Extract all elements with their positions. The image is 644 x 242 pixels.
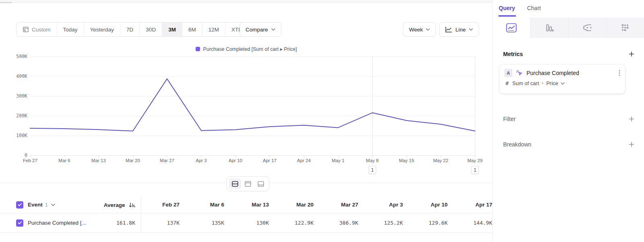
chart-type-line[interactable] bbox=[493, 18, 530, 38]
plus-icon bbox=[629, 142, 634, 147]
metric-card[interactable]: A Purchase Completed # Sum of cart ‣ Pri… bbox=[500, 65, 625, 94]
table-row[interactable]: Purchase Completed [... 161.8K 137K135K1… bbox=[0, 213, 492, 233]
line-chart-icon bbox=[506, 23, 517, 33]
table-header-row: Event 1 Average Feb 27Mar 6Mar 13Mar 20M… bbox=[0, 196, 492, 213]
event-cursor-icon bbox=[516, 70, 523, 77]
date-column-value: 135K bbox=[180, 220, 224, 226]
y-axis-tick-label: 300K bbox=[0, 93, 27, 99]
x-axis-tick bbox=[338, 155, 339, 157]
x-axis-tick bbox=[64, 155, 65, 157]
x-axis-tick bbox=[30, 155, 31, 157]
metric-options-button[interactable] bbox=[619, 70, 620, 76]
x-axis-tick-label: Mar 20 bbox=[126, 158, 140, 163]
date-column-value: 129.6K bbox=[403, 220, 448, 226]
chart-type-more[interactable] bbox=[606, 18, 644, 38]
x-axis-tick bbox=[475, 155, 475, 157]
date-column-header[interactable]: Apr 17 bbox=[448, 202, 492, 208]
add-breakdown-button[interactable] bbox=[629, 142, 634, 147]
add-filter-button[interactable] bbox=[629, 116, 634, 122]
breakdown-heading: Breakdown bbox=[503, 141, 531, 148]
date-column-header[interactable]: Apr 3 bbox=[358, 202, 403, 208]
y-axis-tick-label: 500K bbox=[0, 54, 27, 59]
filter-section-header: Filter bbox=[493, 116, 644, 122]
split-view-button[interactable] bbox=[229, 178, 241, 189]
line-series[interactable] bbox=[30, 56, 475, 155]
average-header-cell[interactable]: Average bbox=[97, 201, 135, 209]
date-column-value: 130K bbox=[224, 220, 269, 226]
table-only-view-button[interactable] bbox=[255, 178, 267, 189]
metric-aggregation-row[interactable]: # Sum of cart ‣ Price bbox=[506, 80, 620, 86]
average-value-cell: 161.8K bbox=[97, 220, 135, 226]
layout-view-toggle bbox=[227, 176, 269, 191]
x-axis-tick bbox=[270, 155, 270, 157]
chart-type-flows[interactable] bbox=[568, 18, 606, 38]
annotation-badge[interactable]: 1 bbox=[471, 166, 479, 174]
date-column-header[interactable]: Mar 13 bbox=[224, 202, 269, 208]
aggregation-label: Sum of cart bbox=[512, 80, 539, 86]
date-column-value: 122.9K bbox=[269, 220, 314, 226]
numeric-property-icon: # bbox=[506, 80, 509, 86]
plus-icon bbox=[629, 116, 634, 122]
x-axis-tick-label: May 22 bbox=[433, 158, 448, 163]
tab-chart[interactable]: Chart bbox=[527, 5, 541, 18]
active-tab-underline bbox=[498, 15, 516, 17]
y-axis-tick-label: 400K bbox=[0, 73, 27, 79]
x-axis-tick bbox=[201, 155, 202, 157]
line-chart[interactable]: 0100K200K300K400K500K11Feb 27Mar 6Mar 13… bbox=[0, 0, 492, 186]
kebab-menu-icon bbox=[619, 70, 620, 76]
event-count: 1 bbox=[45, 202, 48, 208]
event-name: Purchase Completed [... bbox=[28, 220, 86, 226]
y-gridline bbox=[30, 155, 475, 156]
date-column-header[interactable]: Apr 10 bbox=[403, 202, 448, 208]
split-view-icon bbox=[231, 181, 239, 187]
date-column-value: 386.9K bbox=[314, 220, 358, 226]
check-icon bbox=[18, 203, 22, 207]
chart-type-bar[interactable] bbox=[530, 18, 568, 38]
flows-chart-icon bbox=[582, 24, 592, 32]
x-axis-tick-label: Apr 3 bbox=[196, 158, 207, 163]
query-builder-sidebar: Query Chart bbox=[492, 0, 644, 242]
row-checkbox[interactable] bbox=[16, 219, 23, 227]
event-name-cell[interactable]: Purchase Completed [... bbox=[0, 219, 97, 227]
chart-type-strip bbox=[493, 18, 644, 38]
x-axis-tick bbox=[372, 155, 373, 157]
x-axis-tick-label: Feb 27 bbox=[23, 158, 37, 163]
chevron-down-icon bbox=[561, 82, 565, 85]
x-axis-tick bbox=[235, 155, 236, 157]
chart-only-view-icon bbox=[244, 181, 252, 187]
x-axis-tick bbox=[441, 155, 441, 157]
x-axis-tick bbox=[99, 155, 99, 157]
x-axis-tick-label: Mar 6 bbox=[58, 158, 70, 163]
event-header-cell[interactable]: Event 1 bbox=[0, 201, 97, 209]
y-axis-tick-label: 100K bbox=[0, 133, 27, 138]
date-column-header[interactable]: Mar 20 bbox=[269, 202, 314, 208]
metric-letter-badge: A bbox=[504, 69, 512, 77]
x-axis-tick bbox=[167, 155, 167, 157]
y-axis-tick-label: 0 bbox=[0, 152, 27, 158]
property-separator: ‣ bbox=[541, 81, 544, 86]
x-axis-tick bbox=[304, 155, 304, 157]
check-icon bbox=[18, 221, 22, 225]
chart-only-view-button[interactable] bbox=[242, 178, 254, 189]
date-column-header[interactable]: Mar 27 bbox=[314, 202, 358, 208]
metric-event-name: Purchase Completed bbox=[526, 70, 615, 76]
x-axis-tick bbox=[133, 155, 133, 157]
add-metric-button[interactable] bbox=[629, 51, 634, 57]
sort-descending-icon[interactable] bbox=[129, 202, 135, 208]
average-header-label: Average bbox=[104, 202, 125, 208]
x-axis-tick-label: Apr 10 bbox=[229, 158, 242, 163]
table-only-view-icon bbox=[257, 181, 264, 187]
filter-heading: Filter bbox=[503, 116, 516, 122]
date-column-header[interactable]: Mar 6 bbox=[180, 202, 224, 208]
annotation-marker-line bbox=[475, 56, 475, 155]
date-column-value: 144.9K bbox=[448, 220, 492, 226]
annotation-badge[interactable]: 1 bbox=[369, 166, 376, 174]
date-column-header[interactable]: Feb 27 bbox=[135, 202, 180, 208]
x-axis-tick-label: May 8 bbox=[366, 158, 378, 163]
metrics-section-header: Metrics bbox=[493, 51, 644, 57]
insights-report-panel: CustomTodayYesterday7D30D3M6M12MXTD Comp… bbox=[0, 0, 492, 242]
x-axis-tick-label: May 1 bbox=[332, 158, 344, 163]
metrics-heading: Metrics bbox=[503, 51, 523, 57]
select-all-checkbox[interactable] bbox=[16, 201, 23, 209]
results-table: Event 1 Average Feb 27Mar 6Mar 13Mar 20M… bbox=[0, 196, 492, 233]
